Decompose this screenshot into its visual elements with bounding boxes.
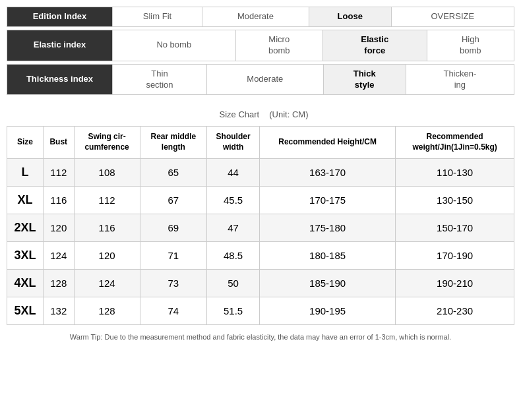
table-cell-4-5: 185-190 <box>259 269 395 297</box>
index-cell: High bomb <box>427 30 514 61</box>
table-cell-0-5: 163-170 <box>259 158 395 186</box>
table-cell-5-4: 51.5 <box>207 297 260 324</box>
index-cell: Loose <box>309 7 391 27</box>
table-row: L1121086544163-170110-130 <box>7 158 514 186</box>
table-cell-2-5: 175-180 <box>259 214 395 241</box>
table-cell-1-0: XL <box>7 186 44 214</box>
table-cell-5-6: 210-230 <box>396 297 514 324</box>
table-cell-0-0: L <box>7 158 44 186</box>
table-row: XL1161126745.5170-175130-150 <box>7 186 514 214</box>
table-cell-0-4: 44 <box>207 158 260 186</box>
index-cell: Moderate <box>206 64 323 95</box>
size-chart-title: Size Chart <box>220 109 260 119</box>
index-cell: Thicken- ing <box>406 64 514 95</box>
table-cell-4-2: 124 <box>74 269 140 297</box>
table-cell-3-6: 170-190 <box>396 241 514 269</box>
table-cell-1-3: 67 <box>140 186 207 214</box>
table-cell-1-6: 130-150 <box>396 186 514 214</box>
table-cell-1-2: 112 <box>74 186 140 214</box>
table-row: 2XL1201166947175-180150-170 <box>7 214 514 241</box>
col-header-1: Bust <box>43 127 74 158</box>
table-cell-3-2: 120 <box>74 241 140 269</box>
table-cell-3-4: 48.5 <box>207 241 260 269</box>
table-cell-3-0: 3XL <box>7 241 44 269</box>
col-header-6: Recommended weight/Jin(1Jin=0.5kg) <box>396 127 514 158</box>
warm-tip: Warm Tip: Due to the measurement method … <box>7 333 514 341</box>
index-section: Edition IndexSlim FitModerateLooseOVERSI… <box>7 7 514 95</box>
size-chart-header: Size Chart (Unit: CM) <box>7 107 514 121</box>
table-cell-5-5: 190-195 <box>259 297 395 324</box>
size-table-header: SizeBustSwing cir- cumferenceRear middle… <box>7 127 514 158</box>
index-cell: No bomb <box>113 30 236 61</box>
table-cell-0-6: 110-130 <box>396 158 514 186</box>
table-cell-5-3: 74 <box>140 297 207 324</box>
table-cell-1-5: 170-175 <box>259 186 395 214</box>
table-cell-5-0: 5XL <box>7 297 44 324</box>
table-cell-2-2: 116 <box>74 214 140 241</box>
table-cell-2-6: 150-170 <box>396 214 514 241</box>
index-cell: Thin section <box>113 64 207 95</box>
index-cell: Moderate <box>202 7 309 27</box>
col-header-3: Rear middle length <box>140 127 207 158</box>
size-table: SizeBustSwing cir- cumferenceRear middle… <box>7 126 514 324</box>
table-cell-2-4: 47 <box>207 214 260 241</box>
table-cell-2-3: 69 <box>140 214 207 241</box>
table-cell-1-1: 116 <box>43 186 74 214</box>
index-cell: Slim Fit <box>113 7 202 27</box>
col-header-4: Shoulder width <box>207 127 260 158</box>
index-cell: OVERSIZE <box>391 7 514 27</box>
index-label: Elastic index <box>7 30 113 61</box>
table-cell-5-1: 132 <box>43 297 74 324</box>
table-cell-4-1: 128 <box>43 269 74 297</box>
col-header-5: Recommended Height/CM <box>259 127 395 158</box>
header-row: SizeBustSwing cir- cumferenceRear middle… <box>7 127 514 158</box>
size-chart-unit: (Unit: CM) <box>269 109 308 119</box>
table-cell-4-6: 190-210 <box>396 269 514 297</box>
table-row: 4XL1281247350185-190190-210 <box>7 269 514 297</box>
table-cell-4-4: 50 <box>207 269 260 297</box>
index-cell: Elastic force <box>322 30 427 61</box>
table-cell-3-3: 71 <box>140 241 207 269</box>
index-label: Edition Index <box>7 7 113 27</box>
table-cell-0-2: 108 <box>74 158 140 186</box>
table-cell-2-1: 120 <box>43 214 74 241</box>
table-cell-1-4: 45.5 <box>207 186 260 214</box>
index-cell: Micro bomb <box>235 30 322 61</box>
index-cell: Thick style <box>323 64 406 95</box>
table-row: 3XL1241207148.5180-185170-190 <box>7 241 514 269</box>
table-cell-0-1: 112 <box>43 158 74 186</box>
col-header-2: Swing cir- cumference <box>74 127 140 158</box>
table-cell-0-3: 65 <box>140 158 207 186</box>
index-label: Thickness index <box>7 64 113 95</box>
table-row: 5XL1321287451.5190-195210-230 <box>7 297 514 324</box>
table-cell-4-3: 73 <box>140 269 207 297</box>
table-cell-4-0: 4XL <box>7 269 44 297</box>
table-cell-3-5: 180-185 <box>259 241 395 269</box>
table-cell-3-1: 124 <box>43 241 74 269</box>
table-cell-5-2: 128 <box>74 297 140 324</box>
col-header-0: Size <box>7 127 44 158</box>
table-cell-2-0: 2XL <box>7 214 44 241</box>
size-table-body: L1121086544163-170110-130XL1161126745.51… <box>7 158 514 324</box>
